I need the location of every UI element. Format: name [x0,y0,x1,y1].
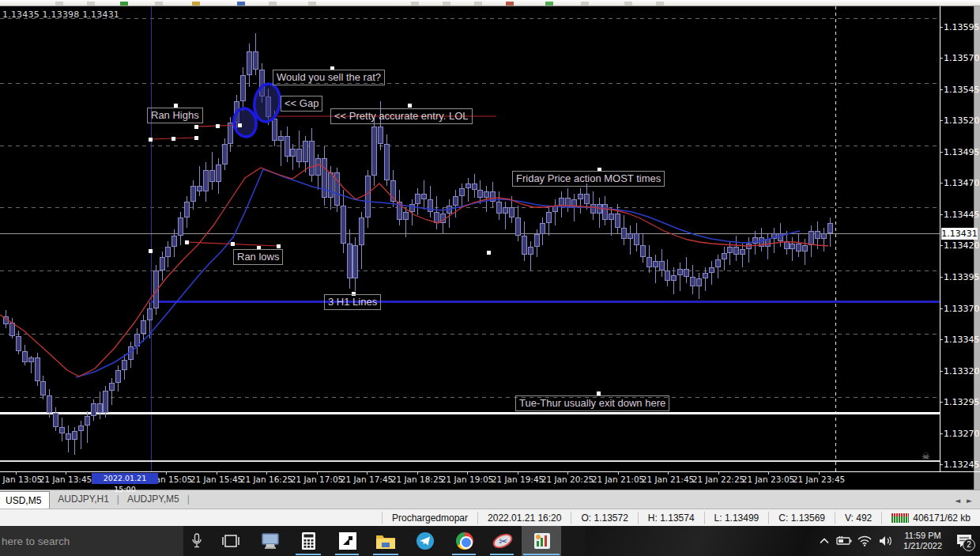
candlestick [827,223,833,233]
candlestick [3,316,9,324]
price-axis-label: 1.13270 [944,429,980,439]
candle-wick [742,244,743,267]
candlestick [808,231,814,245]
candlestick [228,123,233,144]
candlestick [285,136,290,157]
time-axis-label: 21 Jan 20:25 [541,475,594,484]
object-handle[interactable] [216,124,220,128]
horizontal-line-object[interactable] [151,301,940,303]
object-handle[interactable] [149,138,153,142]
tab-audjpy-h1[interactable]: AUDJPY,H1 [50,490,116,509]
object-handle[interactable] [172,137,175,141]
current-bar-dashed-line [835,6,836,471]
taskbar-search-box[interactable]: here to search [0,526,183,556]
metatrader-icon[interactable] [531,526,553,556]
object-handle[interactable] [149,249,153,253]
time-axis-label: 21 Jan 19:45 [492,475,544,484]
candlestick [472,183,477,190]
object-handle[interactable] [185,240,189,244]
chart-text-annotation[interactable]: Tue-Thur usually exit down here [515,395,669,411]
my-computer-icon[interactable] [259,526,281,556]
price-axis-label: 1.13245 [944,460,980,470]
chart-overlay-drawings [0,0,980,490]
time-axis-label: 21 Jan 18:25 [391,475,443,484]
time-axis-label: 21 Jan 16:25 [240,475,292,484]
candlestick [341,206,346,244]
candlestick [352,245,358,278]
notepad-app-icon[interactable] [337,526,359,556]
chart-text-annotation[interactable]: 3 H1 Lines [324,294,381,310]
status-bar-time: 2022.01.21 16:20 [477,512,571,524]
candlestick [790,244,795,249]
chart-text-annotation[interactable]: Would you sell the rat? [273,70,385,85]
chart-text-annotation[interactable]: << Gap [281,96,322,112]
chart-text-annotation[interactable]: Ran Highs [147,108,203,123]
tab-scroll-left-icon[interactable]: ◄ [955,497,960,505]
candlestick [490,191,496,202]
candlestick [421,194,427,199]
candlestick [759,237,764,247]
candlestick [727,247,733,253]
object-handle[interactable] [277,244,281,248]
search-input[interactable]: here to search [0,535,70,547]
taskbar-clock[interactable]: 11:59 PM 1/21/2022 [897,531,948,551]
object-handle[interactable] [194,125,198,129]
microphone-icon[interactable] [188,526,205,556]
candlestick [621,228,627,239]
candlestick [552,206,558,212]
candlestick [115,370,121,383]
price-chart[interactable]: 1.13435 1.13398 1.13431 Would you sell t… [0,0,980,490]
candlestick [778,233,783,241]
price-gridline [0,83,940,84]
price-axis-label: 1.13395 [944,272,980,282]
tray-chevron-up-icon[interactable] [815,526,834,556]
status-traffic: 406171/62 kb [913,512,971,524]
candlestick [634,233,639,245]
battery-icon[interactable] [834,526,854,556]
candlestick [403,212,409,220]
candle-wick [805,239,805,265]
candle-wick [412,199,413,225]
candlestick [22,351,28,362]
horizontal-line-object[interactable] [0,412,940,414]
price-axis-border [940,6,940,471]
candle-wick [199,166,200,196]
candlestick [153,270,159,308]
candle-wick [705,267,706,291]
chart-text-annotation[interactable]: << Pretty accurate entry. LOL [330,108,473,124]
snipping-tool-icon[interactable]: ✂ [491,531,514,550]
candlestick [160,257,165,270]
chrome-icon[interactable] [456,532,473,550]
candlestick [515,217,521,236]
chart-text-annotation[interactable]: Friday Price action MOST times [512,171,665,187]
candlestick [477,190,483,198]
candlestick [16,336,21,351]
object-handle[interactable] [231,242,235,246]
candle-wick [580,188,581,214]
vertical-line-object[interactable] [151,6,152,471]
candlestick [565,198,571,207]
candlestick [240,75,246,101]
tab-scroll-right-icon[interactable]: ► [967,497,972,505]
wifi-icon[interactable] [854,526,875,556]
object-handle[interactable] [194,136,198,140]
candlestick [440,214,446,223]
candlestick [322,158,327,198]
telegram-icon[interactable] [414,526,436,556]
candlestick [453,196,458,206]
candle-wick [711,261,712,285]
candlestick [390,180,396,202]
tab-usd-m5[interactable]: USD,M5 [0,491,50,509]
calculator-icon[interactable] [297,526,319,556]
object-handle[interactable] [408,104,412,108]
horizontal-line-object[interactable] [0,460,940,462]
price-axis-label: 1.13470 [944,178,980,188]
candlestick [141,320,146,334]
object-handle[interactable] [487,251,491,255]
candlestick [752,237,758,244]
object-handle[interactable] [238,123,242,127]
speaker-icon[interactable] [875,526,897,556]
task-view-icon[interactable] [220,526,242,556]
file-explorer-icon[interactable] [375,526,397,556]
chart-text-annotation[interactable]: Ran lows [233,249,283,265]
